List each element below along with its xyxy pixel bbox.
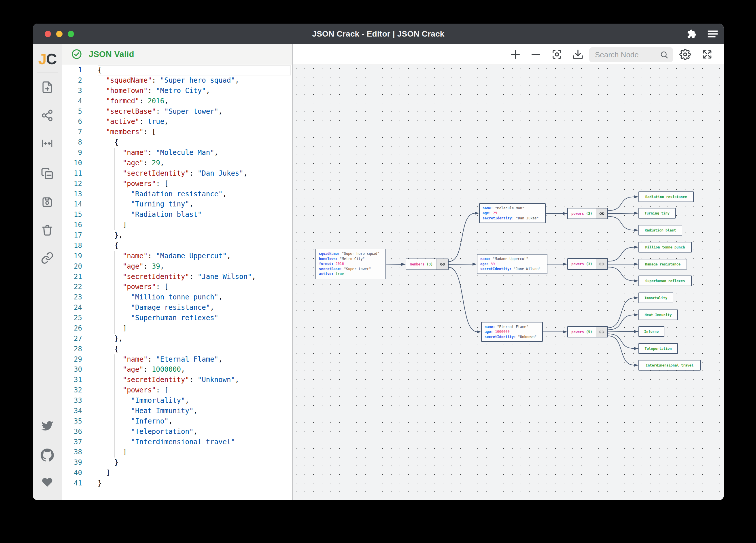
- code-line-38[interactable]: 38 ]: [62, 447, 292, 457]
- graph-node-m3[interactable]: name: "Eternal Flame"age: 1000000secretI…: [481, 322, 543, 342]
- code-editor[interactable]: 1{2 "squadName": "Super hero squad",3 "h…: [62, 65, 292, 500]
- share-link-icon[interactable]: [33, 252, 62, 264]
- code-line-33[interactable]: 33 "Immortality",: [62, 395, 292, 406]
- line-number: 28: [62, 344, 82, 354]
- code-line-text: {: [98, 344, 118, 354]
- expand-link-icon[interactable]: [436, 259, 448, 270]
- code-line-26[interactable]: 26 ]: [62, 323, 292, 334]
- line-number: 20: [62, 262, 82, 272]
- code-line-3[interactable]: 3 "homeTown": "Metro City",: [62, 86, 292, 96]
- copy-icon[interactable]: [33, 167, 62, 180]
- search-node-input[interactable]: [595, 50, 660, 59]
- code-line-1[interactable]: 1{: [62, 65, 292, 75]
- code-line-6[interactable]: 6 "active": true,: [62, 117, 292, 127]
- code-line-35[interactable]: 35 "Inferno",: [62, 416, 292, 427]
- code-line-34[interactable]: 34 "Heat Immunity",: [62, 406, 292, 416]
- graph-node-m1[interactable]: name: "Molecule Man"age: 29secretIdentit…: [479, 203, 546, 223]
- graph-node-l7[interactable]: Immortality: [638, 292, 673, 303]
- code-line-text: "name": "Madame Uppercut",: [98, 251, 231, 262]
- graph-node-l6[interactable]: Superhuman reflexes: [638, 275, 692, 286]
- edge-arrowhead: [563, 330, 567, 333]
- code-line-36[interactable]: 36 "Teleportation",: [62, 427, 292, 437]
- code-line-14[interactable]: 14 "Turning tiny",: [62, 199, 292, 210]
- download-image-icon[interactable]: [572, 44, 584, 65]
- code-line-23[interactable]: 23 "Million tonne punch",: [62, 292, 292, 302]
- code-line-12[interactable]: 12 "powers": [: [62, 179, 292, 189]
- code-line-19[interactable]: 19 "name": "Madame Uppercut",: [62, 251, 292, 262]
- graph-node-l1[interactable]: Radiation resistance: [638, 192, 694, 202]
- code-line-31[interactable]: 31 "secretIdentity": "Unknown",: [62, 375, 292, 385]
- code-line-10[interactable]: 10 "age": 29,: [62, 158, 292, 169]
- edge-arrowhead: [563, 212, 567, 215]
- line-number: 1: [62, 65, 82, 75]
- graph-node-m2[interactable]: name: "Madame Uppercut"age: 39secretIden…: [477, 254, 547, 274]
- save-icon[interactable]: [33, 196, 62, 209]
- expand-link-icon[interactable]: [596, 209, 607, 219]
- code-line-24[interactable]: 24 "Damage resistance",: [62, 302, 292, 313]
- settings-gear-icon[interactable]: [679, 44, 691, 65]
- sponsor-heart-icon[interactable]: [33, 476, 62, 488]
- graph-node-p1[interactable]: powers (3): [567, 208, 608, 219]
- code-line-13[interactable]: 13 "Radiation resistance",: [62, 189, 292, 200]
- app-logo[interactable]: JC: [33, 52, 62, 67]
- code-line-16[interactable]: 16 ]: [62, 220, 292, 230]
- edge-p1-l1: [608, 197, 635, 211]
- menu-icon[interactable]: [708, 29, 718, 39]
- code-line-11[interactable]: 11 "secretIdentity": "Dan Jukes",: [62, 169, 292, 179]
- github-icon[interactable]: [33, 449, 62, 462]
- code-line-32[interactable]: 32 "powers": [: [62, 385, 292, 395]
- edge-arrowhead: [634, 296, 638, 299]
- code-line-8[interactable]: 8 {: [62, 137, 292, 148]
- graph-node-p2[interactable]: powers (3): [567, 258, 608, 270]
- code-line-7[interactable]: 7 "members": [: [62, 127, 292, 137]
- twitter-icon[interactable]: [33, 420, 62, 432]
- code-line-41[interactable]: 41}: [62, 478, 292, 489]
- line-number: 32: [62, 385, 82, 395]
- code-line-15[interactable]: 15 "Radiation blast": [62, 210, 292, 220]
- code-line-9[interactable]: 9 "name": "Molecule Man",: [62, 148, 292, 158]
- code-line-30[interactable]: 30 "age": 1000000,: [62, 364, 292, 375]
- new-file-icon[interactable]: [33, 80, 62, 94]
- center-view-icon[interactable]: [551, 44, 563, 65]
- code-line-28[interactable]: 28 {: [62, 344, 292, 354]
- graph-node-root[interactable]: squadName: "Super hero squad"homeTown: "…: [315, 249, 386, 279]
- graph-node-l10[interactable]: Teleportation: [638, 343, 678, 354]
- code-line-25[interactable]: 25 "Superhuman reflexes": [62, 313, 292, 323]
- delete-icon[interactable]: [33, 224, 62, 237]
- code-line-20[interactable]: 20 "age": 39,: [62, 262, 292, 272]
- code-line-18[interactable]: 18 {: [62, 241, 292, 251]
- graph-node-l11[interactable]: Interdimensional travel: [638, 360, 701, 370]
- graph-node-l3[interactable]: Radiation blast: [638, 225, 682, 236]
- code-line-37[interactable]: 37 "Interdimensional travel": [62, 437, 292, 447]
- graph-view-icon[interactable]: [33, 109, 62, 122]
- fullscreen-icon[interactable]: [702, 44, 713, 65]
- code-line-2[interactable]: 2 "squadName": "Super hero squad",: [62, 75, 292, 86]
- graph-node-p3[interactable]: powers (5): [567, 326, 608, 337]
- zoom-in-icon[interactable]: [510, 44, 521, 65]
- zoom-out-icon[interactable]: [530, 44, 541, 65]
- expand-link-icon[interactable]: [596, 259, 607, 269]
- graph-node-l9[interactable]: Inferno: [638, 326, 664, 337]
- edge-arrowhead: [634, 313, 638, 316]
- code-line-40[interactable]: 40 ]: [62, 468, 292, 478]
- graph-canvas[interactable]: squadName: "Super hero squad"homeTown: "…: [293, 65, 724, 500]
- graph-node-members[interactable]: members (3): [406, 259, 449, 270]
- code-line-21[interactable]: 21 "secretIdentity": "Jane Wilson",: [62, 272, 292, 282]
- graph-node-l2[interactable]: Turning tiny: [638, 208, 676, 219]
- code-line-27[interactable]: 27 },: [62, 334, 292, 344]
- code-line-17[interactable]: 17 },: [62, 230, 292, 241]
- code-line-5[interactable]: 5 "secretBase": "Super tower",: [62, 107, 292, 117]
- node-row-age: age: 29: [483, 211, 539, 216]
- code-line-29[interactable]: 29 "name": "Eternal Flame",: [62, 354, 292, 365]
- collapse-width-icon[interactable]: [33, 138, 62, 149]
- code-line-39[interactable]: 39 }: [62, 457, 292, 468]
- extension-icon[interactable]: [687, 29, 697, 39]
- code-line-4[interactable]: 4 "formed": 2016,: [62, 96, 292, 107]
- graph-node-l4[interactable]: Million tonne punch: [638, 242, 692, 253]
- search-icon[interactable]: [660, 50, 668, 59]
- expand-link-icon[interactable]: [596, 327, 607, 337]
- window-title: JSON Crack - Editor | JSON Crack: [33, 24, 724, 44]
- code-line-22[interactable]: 22 "powers": [: [62, 282, 292, 292]
- graph-node-l5[interactable]: Damage resistance: [638, 259, 687, 270]
- graph-node-l8[interactable]: Heat Immunity: [638, 309, 678, 320]
